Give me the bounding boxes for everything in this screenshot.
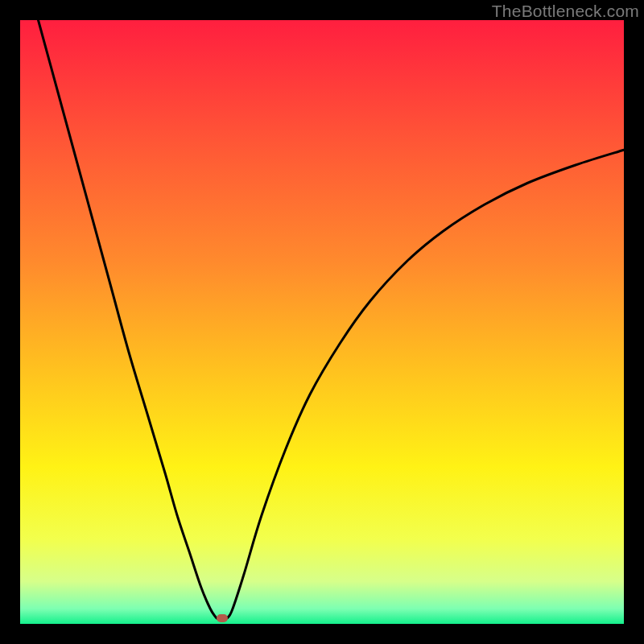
curve-right-branch <box>225 150 624 619</box>
minimum-marker <box>217 614 228 622</box>
curve-left-branch <box>39 20 220 619</box>
chart-svg <box>20 20 624 624</box>
attribution-label: TheBottleneck.com <box>492 2 639 21</box>
